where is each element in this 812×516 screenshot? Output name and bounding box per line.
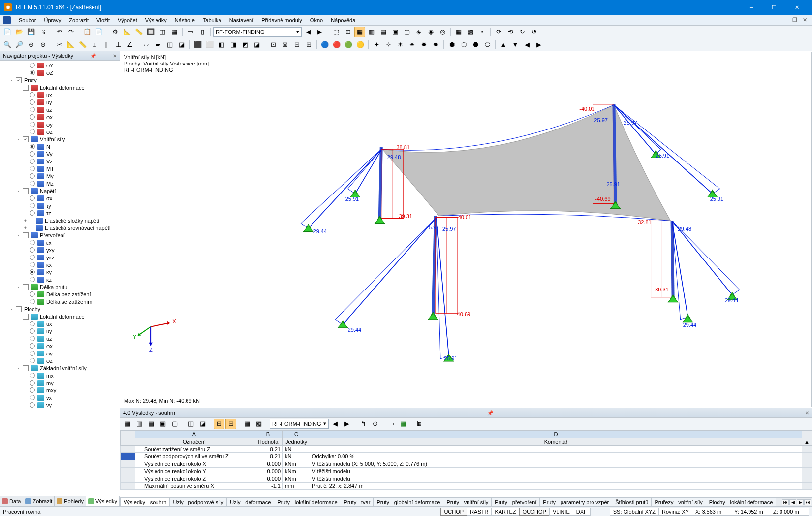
tool-icon[interactable]: ▦ — [354, 27, 365, 37]
tree-item[interactable]: φx — [0, 113, 120, 121]
next-icon[interactable]: ▶ — [342, 419, 352, 429]
tool-icon[interactable]: ⊖ — [37, 39, 48, 50]
tree-item[interactable]: -Plochy — [0, 305, 120, 313]
tree-item[interactable]: uz — [0, 335, 120, 342]
navtab-výsledky[interactable]: Výsledky — [86, 496, 120, 506]
tool-icon[interactable]: ⊥ — [113, 39, 124, 50]
tool-icon[interactable]: ▭ — [185, 27, 196, 37]
menu-nápověda[interactable]: Nápověda — [327, 16, 359, 24]
tool-icon[interactable]: ↻ — [517, 27, 528, 37]
tree-item[interactable]: Délka se zatížením — [0, 298, 120, 305]
tree-item[interactable]: My — [0, 172, 120, 180]
tool-icon[interactable]: ⟂ — [89, 39, 100, 50]
save-icon[interactable]: 💾 — [26, 27, 36, 37]
tool-icon[interactable]: ▯ — [197, 27, 208, 37]
ptab[interactable]: Štíhlosti prutů — [612, 498, 652, 506]
tree-item[interactable]: Vz — [0, 158, 120, 165]
ptool-icon[interactable]: ◪ — [197, 419, 208, 429]
tree-item[interactable]: my — [0, 379, 120, 387]
tool-icon[interactable]: ◪ — [251, 39, 262, 50]
ptool-icon[interactable]: ▤ — [146, 419, 156, 429]
menu-výsledky[interactable]: Výsledky — [141, 16, 171, 24]
navtab-pohledy[interactable]: Pohledy — [55, 496, 86, 506]
tool-icon[interactable]: ◧ — [216, 39, 227, 50]
ptab[interactable]: Pruty - přetvoření — [491, 498, 540, 506]
ptool-icon[interactable]: 🖩 — [414, 419, 425, 429]
close-panel-icon[interactable]: ✕ — [113, 53, 117, 59]
load-case-combo[interactable]: RF-FORM-FINDING▾ — [213, 27, 302, 37]
tool-icon[interactable]: ▶ — [533, 39, 544, 50]
ptool-icon[interactable]: ▥ — [134, 419, 145, 429]
tree-item[interactable]: -Přetvoření — [0, 231, 120, 239]
ptool-icon[interactable]: ▦ — [122, 419, 133, 429]
tool-icon[interactable]: ⊞ — [343, 27, 353, 37]
tool-icon[interactable]: ✶ — [395, 39, 406, 50]
tool-icon[interactable]: ⊡ — [268, 39, 279, 50]
tool-icon[interactable]: ◫ — [157, 27, 168, 37]
tool-icon[interactable]: ⬣ — [470, 39, 481, 50]
mdi-minimize-icon[interactable]: ─ — [781, 17, 789, 23]
tree-item[interactable]: Mz — [0, 180, 120, 187]
tool-icon[interactable]: ▦ — [453, 27, 464, 37]
tool-icon[interactable]: ◫ — [164, 39, 175, 50]
tool-icon[interactable]: ⊟ — [291, 39, 302, 50]
menu-soubor[interactable]: Soubor — [15, 16, 40, 24]
tool-icon[interactable]: ▰ — [153, 39, 163, 50]
tool-icon[interactable]: ▣ — [390, 27, 401, 37]
tool-icon[interactable]: ◨ — [228, 39, 239, 50]
tool-icon[interactable]: 🟡 — [355, 39, 366, 50]
next-icon[interactable]: ▶ — [314, 27, 325, 37]
tree-item[interactable]: εx — [0, 239, 120, 246]
tool-icon[interactable]: ◩ — [240, 39, 250, 50]
tool-icon[interactable]: 📐 — [65, 39, 76, 50]
status-toggle[interactable]: DXF — [573, 508, 591, 516]
ptool-icon[interactable]: ▣ — [157, 419, 168, 429]
menu-tabulka[interactable]: Tabulka — [199, 16, 225, 24]
open-icon[interactable]: 📂 — [14, 27, 25, 37]
tool-icon[interactable]: ◉ — [425, 27, 436, 37]
paste-icon[interactable]: 📄 — [94, 27, 104, 37]
tree-item[interactable]: φy — [0, 121, 120, 128]
tool-icon[interactable]: ▪ — [477, 27, 488, 37]
menu-nástroje[interactable]: Nástroje — [171, 16, 199, 24]
menu-úpravy[interactable]: Úpravy — [40, 16, 65, 24]
tool-icon[interactable]: ◎ — [437, 27, 448, 37]
mdi-close-icon[interactable]: ✕ — [800, 17, 809, 23]
tree-item[interactable]: mxy — [0, 387, 120, 394]
tool-icon[interactable]: 🔎 — [14, 39, 25, 50]
tool-icon[interactable]: ✦ — [371, 39, 382, 50]
tree-item[interactable]: -Základní vnitřní síly — [0, 364, 120, 372]
tool-icon[interactable]: ▦ — [169, 27, 180, 37]
menu-app-icon[interactable] — [3, 16, 11, 24]
menu-zobrazit[interactable]: Zobrazit — [65, 16, 93, 24]
tool-icon[interactable]: ✸ — [418, 39, 429, 50]
tree-item[interactable]: vx — [0, 394, 120, 401]
navtab-zobrazit[interactable]: Zobrazit — [23, 496, 55, 506]
tool-icon[interactable]: ⬛ — [192, 39, 203, 50]
tree-item[interactable]: mx — [0, 372, 120, 379]
menu-okno[interactable]: Okno — [306, 16, 327, 24]
tool-icon[interactable]: ∥ — [101, 39, 112, 50]
status-toggle[interactable]: OUCHOP — [519, 508, 550, 516]
status-toggle[interactable]: VLINIE — [549, 508, 573, 516]
tree-item[interactable]: vy — [0, 401, 120, 409]
tool-icon[interactable]: ⟳ — [493, 27, 504, 37]
close-panel-icon[interactable]: ✕ — [805, 410, 809, 416]
tree-item[interactable]: φy — [0, 350, 120, 357]
tool-icon[interactable]: ▥ — [366, 27, 377, 37]
ptool-icon[interactable]: ◫ — [186, 419, 196, 429]
status-toggle[interactable]: KARTEZ — [491, 508, 519, 516]
table-row[interactable]: Součet podporových sil ve směru Z8.21kNO… — [121, 453, 812, 460]
tree-item[interactable]: φz — [0, 357, 120, 364]
ptool-icon[interactable]: ▦ — [242, 419, 252, 429]
pin-icon[interactable]: 📌 — [90, 53, 96, 59]
undo-icon[interactable]: ↶ — [54, 27, 64, 37]
tree-item[interactable]: MT — [0, 165, 120, 172]
tool-icon[interactable]: 🔴 — [331, 39, 342, 50]
status-toggle[interactable]: RASTR — [467, 508, 492, 516]
tree-item[interactable]: ux — [0, 91, 120, 98]
tool-icon[interactable]: ⊕ — [26, 39, 36, 50]
tool-icon[interactable]: ▲ — [498, 39, 509, 50]
tool-icon[interactable]: ✹ — [430, 39, 441, 50]
tree-item[interactable]: Délka bez zatížení — [0, 290, 120, 298]
